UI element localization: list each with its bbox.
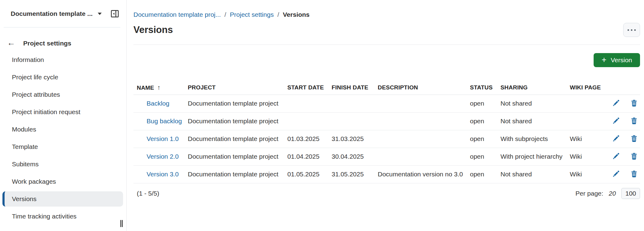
back-arrow-icon: ← xyxy=(7,38,15,47)
edit-version-button[interactable] xyxy=(613,135,620,143)
sidebar-item-modules[interactable]: Modules xyxy=(2,122,123,137)
table-row: Bug backlog Documentation template proje… xyxy=(133,112,640,130)
delete-version-button[interactable] xyxy=(631,153,638,161)
trash-icon xyxy=(631,117,638,124)
column-header-name[interactable]: NAME↑ xyxy=(133,81,188,95)
cell-wiki-page[interactable]: Wiki xyxy=(570,148,603,165)
sidebar-header: Documentation template ... xyxy=(4,0,120,27)
header-divider xyxy=(133,45,640,45)
cell-description: Documentation version no 3.0 xyxy=(378,165,470,183)
sidebar-item-work-packages[interactable]: Work packages xyxy=(2,174,123,189)
sidebar-item-label: Information xyxy=(12,56,44,63)
column-header-finish-date[interactable]: FINISH DATE xyxy=(332,81,378,95)
sidebar-collapse-icon xyxy=(109,9,120,19)
pencil-icon xyxy=(613,99,620,106)
sidebar-item-time-tracking-activities[interactable]: Time tracking activities xyxy=(2,209,123,224)
trash-icon xyxy=(631,170,638,177)
chevron-down-icon xyxy=(97,12,102,15)
more-menu-button[interactable] xyxy=(623,23,640,37)
main-content: Documentation template proj... / Project… xyxy=(127,0,644,231)
column-header-wiki-page[interactable]: WIKI PAGE xyxy=(570,81,603,95)
column-header-status[interactable]: STATUS xyxy=(470,81,500,95)
cell-start-date: 01.05.2025 xyxy=(287,165,332,183)
column-header-start-date[interactable]: START DATE xyxy=(287,81,332,95)
project-selector-label: Documentation template ... xyxy=(11,10,93,17)
cell-project: Documentation template project xyxy=(188,95,287,112)
sort-asc-icon: ↑ xyxy=(157,84,161,91)
per-page-option-20[interactable]: 20 xyxy=(609,190,616,197)
edit-version-button[interactable] xyxy=(613,117,620,125)
cell-project: Documentation template project xyxy=(188,112,287,130)
project-selector-dropdown[interactable]: Documentation template ... xyxy=(11,10,102,17)
version-name-link[interactable]: Version 1.0 xyxy=(147,135,179,142)
project-settings-back-link[interactable]: ← Project settings xyxy=(7,38,126,48)
version-name-link[interactable]: Bug backlog xyxy=(147,117,182,125)
breadcrumb: Documentation template proj... / Project… xyxy=(133,0,640,18)
cell-project: Documentation template project xyxy=(188,165,287,183)
column-header-actions xyxy=(603,81,640,95)
project-settings-header-label: Project settings xyxy=(23,40,71,47)
cell-wiki-page[interactable]: Wiki xyxy=(570,130,603,148)
pagination: (1 - 5/5) Per page: 20 100 xyxy=(133,188,640,199)
cell-wiki-page[interactable] xyxy=(570,112,603,130)
cell-sharing: With project hierarchy xyxy=(500,148,570,165)
edit-version-button[interactable] xyxy=(613,170,620,178)
delete-version-button[interactable] xyxy=(631,170,638,178)
version-name-link[interactable]: Version 3.0 xyxy=(147,171,179,178)
sidebar-item-project-life-cycle[interactable]: Project life cycle xyxy=(2,70,123,85)
pencil-icon xyxy=(613,170,620,177)
column-header-project[interactable]: PROJECT xyxy=(188,81,287,95)
trash-icon xyxy=(631,135,638,142)
table-row: Version 2.0 Documentation template proje… xyxy=(133,148,640,165)
breadcrumb-project-settings-link[interactable]: Project settings xyxy=(230,11,274,18)
pencil-icon xyxy=(613,153,620,160)
column-header-description[interactable]: DESCRIPTION xyxy=(378,81,470,95)
breadcrumb-project-link[interactable]: Documentation template proj... xyxy=(133,11,221,18)
app-window: Documentation template ... ← Project set… xyxy=(0,0,644,231)
pencil-icon xyxy=(613,135,620,142)
cell-start-date: 01.04.2025 xyxy=(287,148,332,165)
cell-status: open xyxy=(470,148,500,165)
delete-version-button[interactable] xyxy=(631,117,638,125)
cell-description xyxy=(378,130,470,148)
version-name-link[interactable]: Version 2.0 xyxy=(147,153,179,160)
cell-status: open xyxy=(470,165,500,183)
edit-version-button[interactable] xyxy=(613,153,620,161)
page-title: Versions xyxy=(133,24,173,35)
sidebar-item-label: Modules xyxy=(12,126,36,133)
cell-status: open xyxy=(470,95,500,112)
trash-icon xyxy=(631,153,638,160)
per-page-label: Per page: xyxy=(576,190,603,197)
sidebar-collapse-button[interactable] xyxy=(109,9,120,19)
cell-finish-date xyxy=(332,95,378,112)
sidebar-item-information[interactable]: Information xyxy=(2,52,123,67)
add-version-button[interactable]: + Version xyxy=(594,53,640,67)
cell-wiki-page[interactable] xyxy=(570,95,603,112)
cell-wiki-page[interactable]: Wiki xyxy=(570,165,603,183)
sidebar-item-label: Project attributes xyxy=(12,91,60,98)
column-header-sharing[interactable]: SHARING xyxy=(500,81,570,95)
edit-version-button[interactable] xyxy=(613,99,620,107)
per-page-option-100[interactable]: 100 xyxy=(621,188,640,199)
cell-sharing: With subprojects xyxy=(500,130,570,148)
sidebar-item-project-initiation-request[interactable]: Project initiation request xyxy=(2,104,123,120)
cell-description xyxy=(378,95,470,112)
per-page-group: Per page: 20 100 xyxy=(576,188,640,199)
version-name-link[interactable]: Backlog xyxy=(147,100,169,107)
toolbar: + Version xyxy=(133,53,640,67)
sidebar-resize-handle[interactable] xyxy=(120,220,123,227)
sidebar-item-template[interactable]: Template xyxy=(2,139,123,154)
table-row: Backlog Documentation template project o… xyxy=(133,95,640,112)
cell-sharing: Not shared xyxy=(500,112,570,130)
sidebar-item-project-attributes[interactable]: Project attributes xyxy=(2,87,123,102)
cell-finish-date: 31.03.2025 xyxy=(332,130,378,148)
delete-version-button[interactable] xyxy=(631,99,638,107)
cell-finish-date: 31.05.2025 xyxy=(332,165,378,183)
sidebar-item-versions[interactable]: Versions xyxy=(2,191,123,207)
sidebar-item-subitems[interactable]: Subitems xyxy=(2,157,123,172)
sidebar-item-label: Subitems xyxy=(12,161,39,168)
table-header-row: NAME↑ PROJECT START DATE FINISH DATE DES… xyxy=(133,81,640,95)
delete-version-button[interactable] xyxy=(631,135,638,143)
sidebar-item-label: Project life cycle xyxy=(12,74,58,81)
cell-status: open xyxy=(470,112,500,130)
